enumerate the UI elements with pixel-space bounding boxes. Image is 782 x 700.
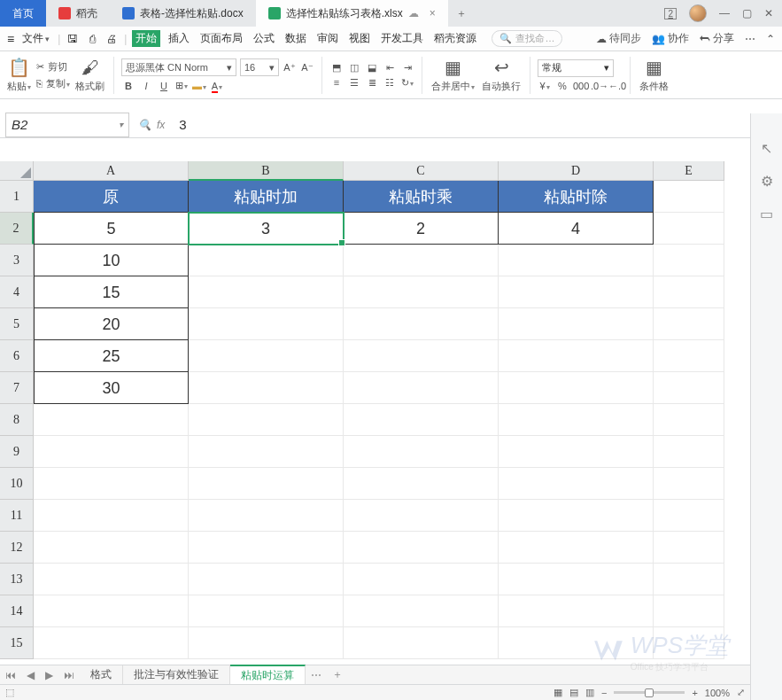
- fx-icon[interactable]: fx: [157, 119, 165, 131]
- cell-E6[interactable]: [654, 340, 724, 372]
- dec-decimal-icon[interactable]: ←.0: [608, 81, 623, 91]
- underline-icon[interactable]: U: [157, 81, 171, 91]
- copy-button[interactable]: ⎘复制: [36, 77, 70, 90]
- wrap-text-button[interactable]: ↩ 自动换行: [480, 57, 523, 93]
- italic-icon[interactable]: I: [139, 81, 153, 91]
- col-D[interactable]: D: [499, 161, 654, 181]
- bold-icon[interactable]: B: [121, 81, 135, 91]
- sheet-tab-2[interactable]: 批注与有效性验证: [123, 665, 230, 684]
- row-9[interactable]: 9: [0, 436, 34, 468]
- cell-E13[interactable]: [654, 564, 724, 595]
- cell-C2[interactable]: 2: [344, 213, 499, 245]
- cell-D1[interactable]: 粘贴时除: [499, 181, 654, 213]
- zoom-in-icon[interactable]: +: [692, 688, 697, 698]
- row-6[interactable]: 6: [0, 340, 34, 372]
- cell-E8[interactable]: [654, 404, 724, 436]
- row-1[interactable]: 1: [0, 181, 34, 213]
- cell-D9[interactable]: [499, 436, 654, 468]
- cell-D5[interactable]: [499, 308, 654, 340]
- row-10[interactable]: 10: [0, 468, 34, 500]
- row-14[interactable]: 14: [0, 595, 34, 627]
- settings-slider-icon[interactable]: ⚙: [761, 173, 773, 190]
- zoom-out-icon[interactable]: −: [601, 688, 607, 698]
- cell-D2[interactable]: 4: [499, 213, 654, 245]
- menu-view[interactable]: 视图: [346, 31, 373, 46]
- menu-file[interactable]: 文件: [19, 31, 52, 46]
- col-C[interactable]: C: [344, 161, 499, 181]
- lookup-icon[interactable]: 🔍: [138, 119, 151, 131]
- cell-B14[interactable]: [189, 595, 344, 627]
- cell-A15[interactable]: [34, 627, 189, 659]
- last-sheet-icon[interactable]: ⏭: [58, 669, 80, 681]
- cell-B1[interactable]: 粘贴时加: [189, 181, 344, 213]
- name-box[interactable]: B2▾: [5, 113, 129, 137]
- cell-A4[interactable]: 15: [34, 276, 189, 308]
- menu-formula[interactable]: 公式: [251, 31, 277, 46]
- cell-C1[interactable]: 粘贴时乘: [344, 181, 499, 213]
- increase-font-icon[interactable]: A⁺: [283, 62, 297, 74]
- menu-layout[interactable]: 页面布局: [197, 31, 245, 46]
- cell-C8[interactable]: [344, 404, 499, 436]
- cell-B8[interactable]: [189, 404, 344, 436]
- cell-A5[interactable]: 20: [34, 308, 189, 340]
- menu-start[interactable]: 开始: [132, 30, 160, 47]
- cell-A12[interactable]: [34, 532, 189, 564]
- border-icon[interactable]: ⊞: [174, 80, 189, 91]
- row-11[interactable]: 11: [0, 500, 34, 532]
- cell-C14[interactable]: [344, 595, 499, 627]
- menu-dev[interactable]: 开发工具: [378, 31, 426, 46]
- cell-B12[interactable]: [189, 532, 344, 564]
- print-preview-icon[interactable]: ⎙: [85, 32, 99, 46]
- cell-A13[interactable]: [34, 564, 189, 595]
- menu-insert[interactable]: 插入: [166, 31, 192, 46]
- prev-sheet-icon[interactable]: ◀: [21, 669, 40, 681]
- cell-A11[interactable]: [34, 500, 189, 532]
- cut-button[interactable]: ✂剪切: [36, 60, 70, 74]
- cell-D6[interactable]: [499, 340, 654, 372]
- cell-D14[interactable]: [499, 595, 654, 627]
- view-normal-icon[interactable]: ▦: [554, 687, 562, 698]
- cell-B9[interactable]: [189, 436, 344, 468]
- bookmark-icon[interactable]: ▭: [760, 206, 773, 222]
- row-8[interactable]: 8: [0, 404, 34, 436]
- cell-D10[interactable]: [499, 468, 654, 500]
- tab-docker[interactable]: 稻壳: [46, 0, 110, 27]
- cell-E1[interactable]: [654, 181, 724, 213]
- cell-E15[interactable]: [654, 627, 724, 659]
- orientation-icon[interactable]: ↻: [400, 77, 414, 89]
- cell-D4[interactable]: [499, 276, 654, 308]
- cell-E4[interactable]: [654, 276, 724, 308]
- hamburger-icon[interactable]: ≡: [7, 32, 14, 46]
- cell-C7[interactable]: [344, 372, 499, 404]
- cell-A7[interactable]: 30: [34, 372, 189, 404]
- merge-center-button[interactable]: ▦ 合并居中: [430, 57, 476, 93]
- font-size-select[interactable]: 16▾: [240, 58, 279, 76]
- currency-icon[interactable]: ¥: [538, 81, 552, 91]
- row-7[interactable]: 7: [0, 372, 34, 404]
- format-painter-button[interactable]: 🖌 格式刷: [74, 58, 106, 93]
- record-icon[interactable]: ⬚: [5, 687, 14, 698]
- cell-B11[interactable]: [189, 500, 344, 532]
- menu-review[interactable]: 审阅: [314, 31, 341, 46]
- cell-C15[interactable]: [344, 627, 499, 659]
- indent-left-icon[interactable]: ⇤: [383, 62, 397, 74]
- cell-B2[interactable]: 3: [189, 213, 344, 245]
- inc-decimal-icon[interactable]: .0→: [591, 81, 605, 91]
- minimize-icon[interactable]: —: [719, 7, 730, 19]
- row-4[interactable]: 4: [0, 276, 34, 308]
- view-page-icon[interactable]: ▤: [569, 687, 578, 698]
- cell-A9[interactable]: [34, 436, 189, 468]
- add-sheet-icon[interactable]: ＋: [327, 667, 348, 682]
- cell-D13[interactable]: [499, 564, 654, 595]
- align-right-icon[interactable]: ≣: [365, 77, 379, 89]
- search-input[interactable]: 🔍 查找命…: [492, 30, 562, 47]
- font-color-icon[interactable]: A: [210, 81, 224, 91]
- cell-C5[interactable]: [344, 308, 499, 340]
- cell-E5[interactable]: [654, 308, 724, 340]
- cursor-icon[interactable]: ↖: [761, 140, 772, 157]
- cell-B6[interactable]: [189, 340, 344, 372]
- row-13[interactable]: 13: [0, 564, 34, 595]
- align-left-icon[interactable]: ≡: [329, 77, 344, 88]
- row-5[interactable]: 5: [0, 308, 34, 340]
- cell-D3[interactable]: [499, 245, 654, 276]
